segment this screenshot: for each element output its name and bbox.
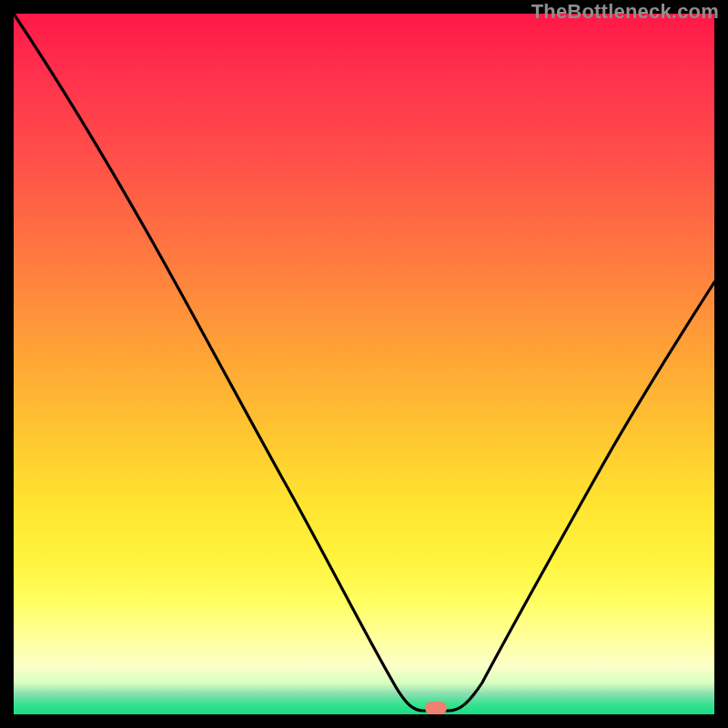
- chart-plot-area: [14, 14, 714, 714]
- bottleneck-curve: [14, 14, 714, 714]
- chart-frame: TheBottleneck.com: [0, 0, 728, 728]
- curve-path: [14, 14, 714, 711]
- optimal-marker: [425, 702, 447, 714]
